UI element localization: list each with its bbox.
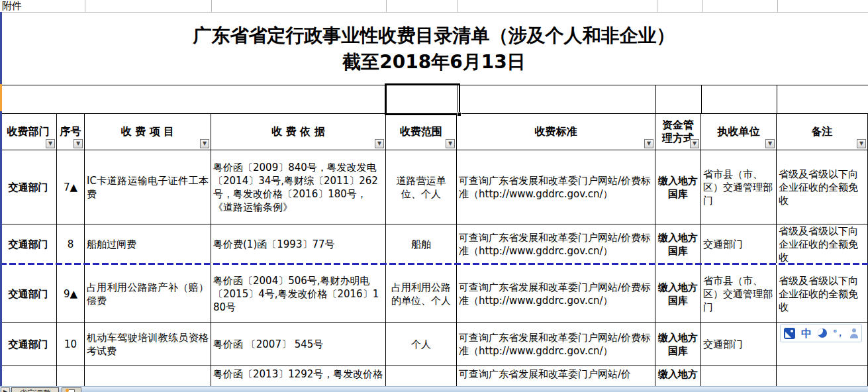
cell-fund-management[interactable]: 缴入地方国库 (655, 265, 701, 323)
column-header-label: 收费部门 (7, 125, 50, 138)
filter-button-collecting-unit[interactable]: ▼ (765, 139, 775, 148)
filter-button-fee-item[interactable]: ▼ (200, 139, 209, 148)
cell-fee-item[interactable]: IC卡道路运输电子证件工本费 (85, 150, 211, 224)
cell-fee-scope[interactable]: 道路营运单位、个人 (386, 150, 457, 224)
cell-fee-basis[interactable]: 粤价函 〔2007〕 545号 (211, 323, 386, 366)
attachment-cell[interactable]: 附件 (2, 0, 22, 12)
cell-collecting-unit[interactable]: 省市县（市、区）交通管理部门 (701, 265, 777, 323)
cell-fee-scope[interactable]: 占用利用公路的单位、个人 (386, 265, 457, 323)
ime-language-mode-toggle[interactable]: 中 (801, 328, 812, 339)
column-header-label: 执收单位 (718, 125, 760, 138)
ime-toolbar: 中 °， (780, 324, 862, 342)
column-header-label: 收 费 项 目 (121, 125, 175, 138)
cell-fee-item[interactable]: 船舶过闸费 (85, 224, 211, 265)
table-row: 交通部门10机动车驾驶培训教练员资格考试费粤价函 〔2007〕 545号个人可查… (0, 323, 868, 366)
table-row: 交通部门8船舶过闸费粤价费(1)函〔1993〕77号船舶可查询广东省发展和改革委… (0, 224, 868, 265)
cell-department[interactable]: 交通部门 (0, 150, 57, 224)
cell-department[interactable]: 交通部门 (0, 224, 57, 265)
column-header-fee-standard[interactable]: 收费标准 ▼ (457, 114, 655, 150)
column-header-fee-item[interactable]: 收 费 项 目 ▼ (85, 114, 211, 150)
left-edge-stripe-orange (0, 84, 2, 111)
cell-fund-management[interactable]: 缴入地方国库 (655, 224, 701, 265)
title-cell[interactable]: 广东省省定行政事业性收费目录清单（涉及个人和非企业） 截至2018年6月13日 (0, 12, 868, 85)
cell-fund-management[interactable]: 缴入地方国库 (655, 150, 701, 224)
column-header-serial-number[interactable]: 序号 ▼ (57, 114, 85, 150)
gridline (702, 0, 703, 12)
active-cell-selection[interactable] (385, 83, 460, 115)
cell-fee-scope[interactable]: 个人 (386, 323, 457, 366)
ime-punctuation-toggle[interactable]: °， (833, 327, 844, 339)
cell-collecting-unit[interactable]: 交通部门 (701, 224, 777, 265)
filter-dropdown-icon: ▼ (48, 141, 52, 146)
cell-department[interactable]: 交通部门 (0, 323, 57, 366)
cell-fee-basis[interactable]: 粤价函〔2009〕840号，粤发改发电〔2014〕34号,粤财综〔2011〕26… (211, 150, 386, 224)
cell-fee-item[interactable]: 占用利用公路路产补（赔）偿费 (85, 265, 211, 323)
table-header-row: 收费部门 ▼ 序号 ▼ 收 费 项 目 ▼ 收 费 依 据 ▼ 收费范围 ▼ 收… (0, 114, 868, 150)
table-row: 交通部门9▲占用利用公路路产补（赔）偿费粤价函〔2004〕506号,粤财办明电〔… (0, 265, 868, 323)
filter-button-fee-standard[interactable]: ▼ (644, 139, 653, 148)
filter-button-fee-basis[interactable]: ▼ (375, 139, 384, 148)
column-header-label: 收费标准 (535, 125, 577, 138)
cell-fee-standard[interactable]: 可查询广东省发展和改革委门户网站/价费标准（http://www.gddrc.g… (457, 150, 655, 224)
cell-remarks[interactable]: 省级及省级以下向企业征收的全额免收 (777, 224, 868, 265)
cell-serial-number[interactable]: 7▲ (57, 150, 85, 224)
fill-handle[interactable] (457, 112, 461, 117)
column-header-fee-scope[interactable]: 收费范围 ▼ (386, 114, 457, 150)
column-header-remarks[interactable]: 备注 ▼ (777, 114, 868, 150)
filter-button-fund-management[interactable]: ▼ (690, 139, 699, 148)
gridline (657, 0, 657, 12)
ime-logo-icon[interactable] (784, 328, 795, 339)
gridline (777, 85, 777, 113)
cell-serial-number[interactable]: 9▲ (57, 265, 85, 323)
cell-fee-standard[interactable]: 可查询广东省发展和改革委门户网站/价费标准（http://www.gddrc.g… (457, 265, 655, 323)
cell-remarks[interactable]: 省级及省级以下向企业征收的全额免收 (777, 265, 868, 323)
page-break-line (0, 263, 868, 265)
cell-fee-item[interactable]: 机动车驾驶培训教练员资格考试费 (85, 323, 211, 366)
sheet-nav-last-button[interactable]: ▶ (1, 387, 10, 392)
column-header-collecting-unit[interactable]: 执收单位 ▼ (701, 114, 777, 150)
filter-button-department[interactable]: ▼ (46, 139, 55, 148)
column-header-fee-basis[interactable]: 收 费 依 据 ▼ (211, 114, 386, 150)
column-header-label: 序号 (60, 125, 81, 138)
cell-collecting-unit[interactable]: 省市县（市、区）交通管理部门 (701, 150, 777, 224)
column-header-label: 收 费 依 据 (271, 125, 325, 138)
ime-halfwidth-moon-icon[interactable] (818, 328, 827, 338)
filter-button-remarks[interactable]: ▼ (857, 139, 866, 148)
page-title: 广东省省定行政事业性收费目录清单（涉及个人和非企业） (0, 23, 868, 49)
filter-button-serial-number[interactable]: ▼ (73, 139, 83, 148)
cell-collecting-unit[interactable]: 交通部门 (701, 323, 777, 366)
cell-department[interactable]: 交通部门 (0, 265, 57, 323)
cell-fee-standard[interactable]: 可查询广东省发展和改革委门户网站/价费标准（http://www.gddrc.g… (457, 224, 655, 265)
insert-sheet-star-icon (66, 389, 69, 392)
filter-button-fee-scope[interactable]: ▼ (446, 139, 455, 148)
filter-dropdown-icon: ▼ (203, 141, 207, 146)
cell-fee-standard[interactable]: 可查询广东省发展和改革委门户网站/价费标准（http://www.gddrc.g… (457, 323, 655, 366)
table-row: 交通部门7▲IC卡道路运输电子证件工本费粤价函〔2009〕840号，粤发改发电〔… (0, 150, 868, 224)
filter-dropdown-icon: ▼ (76, 141, 80, 146)
gridline (211, 0, 212, 12)
page-subtitle: 截至2018年6月13日 (0, 49, 868, 75)
insert-sheet-tab[interactable] (62, 387, 81, 392)
filter-dropdown-icon: ▼ (647, 141, 651, 146)
fee-table: 收费部门 ▼ 序号 ▼ 收 费 项 目 ▼ 收 费 依 据 ▼ 收费范围 ▼ 收… (0, 113, 868, 392)
filter-dropdown-icon: ▼ (859, 141, 863, 146)
gridline (457, 0, 458, 12)
filter-dropdown-icon: ▼ (448, 141, 452, 146)
column-header-department[interactable]: 收费部门 ▼ (0, 114, 57, 150)
column-header-label: 备注 (812, 125, 833, 138)
sheet-tab-active[interactable]: 省定调整 (11, 387, 59, 392)
column-header-fund-management[interactable]: 资金管理方式 ▼ (655, 114, 701, 150)
spreadsheet-view: 附件 广东省省定行政事业性收费目录清单（涉及个人和非企业） 截至2018年6月1… (0, 0, 868, 392)
gridline (386, 0, 387, 12)
cell-fee-basis[interactable]: 粤价费(1)函〔1993〕77号 (211, 224, 386, 265)
cell-serial-number[interactable]: 8 (57, 224, 85, 265)
cell-remarks[interactable]: 省级及省级以下向企业征收的全额免收 (777, 150, 868, 224)
cell-fund-management[interactable]: 缴入地方国库 (655, 323, 701, 366)
cell-fee-basis[interactable]: 粤价函〔2004〕506号,粤财办明电〔2015〕4号,粤发改价格〔2016〕1… (211, 265, 386, 323)
cell-serial-number[interactable]: 10 (57, 323, 85, 366)
cell-fee-scope[interactable]: 船舶 (386, 224, 457, 265)
sheet-tab-strip: ▶ 省定调整 (0, 386, 868, 392)
ime-user-icon[interactable] (849, 328, 859, 338)
filter-dropdown-icon: ▼ (377, 141, 381, 146)
fee-table-body: 交通部门7▲IC卡道路运输电子证件工本费粤价函〔2009〕840号，粤发改发电〔… (0, 150, 868, 392)
